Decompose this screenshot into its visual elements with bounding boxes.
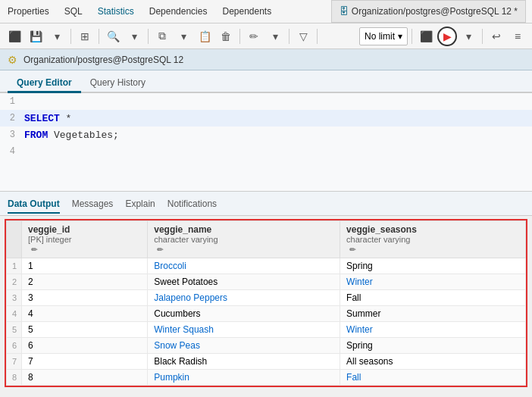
cell-link-veggie-season[interactable]: Winter bbox=[346, 277, 373, 287]
cell-link-veggie-name[interactable]: Snow Peas bbox=[154, 340, 200, 351]
col-type-veggie-seasons: character varying bbox=[346, 235, 519, 244]
line-num-2: 2 bbox=[0, 113, 21, 123]
col-edit-icon-0[interactable]: ✏ bbox=[31, 245, 37, 254]
col-type-veggie-name: character varying bbox=[154, 235, 333, 244]
view-data-button[interactable]: ⊞ bbox=[75, 27, 95, 45]
data-table: veggie_id [PK] integer ✏ veggie_name cha… bbox=[6, 220, 526, 386]
save-dropdown[interactable]: ▾ bbox=[47, 27, 67, 45]
cell-veggie-season: All seasons bbox=[340, 354, 526, 370]
col-edit-icon-2[interactable]: ✏ bbox=[349, 245, 355, 254]
cell-veggie-id: 3 bbox=[22, 290, 148, 306]
database-icon: 🗄 bbox=[340, 6, 349, 17]
row-number: 4 bbox=[7, 306, 22, 322]
cell-veggie-id: 2 bbox=[22, 274, 148, 290]
copy-dropdown[interactable]: ▾ bbox=[174, 27, 193, 45]
explain-dropdown[interactable]: ≡ bbox=[508, 27, 527, 45]
row-number: 3 bbox=[7, 290, 22, 306]
edit-dropdown[interactable]: ▾ bbox=[265, 27, 285, 45]
cell-veggie-id: 6 bbox=[22, 338, 148, 354]
data-table-wrapper: veggie_id [PK] integer ✏ veggie_name cha… bbox=[5, 219, 527, 387]
toolbar-sep-6 bbox=[317, 29, 318, 44]
tab-explain[interactable]: Explain bbox=[125, 198, 155, 214]
editor-line-4: 4 bbox=[0, 143, 532, 160]
table-body: 11BroccoliSpring22Sweet PotatoesWinter33… bbox=[7, 258, 526, 386]
row-number: 7 bbox=[7, 354, 22, 370]
col-edit-icon-1[interactable]: ✏ bbox=[157, 245, 163, 254]
line-num-1: 1 bbox=[0, 96, 21, 107]
cell-veggie-name: Cucumbers bbox=[148, 306, 340, 322]
cell-veggie-name: Winter Squash bbox=[148, 322, 340, 338]
tab-data-output[interactable]: Data Output bbox=[8, 198, 60, 214]
line-content-3: FROM Vegetables; bbox=[21, 130, 532, 141]
cell-veggie-name: Jalapeno Peppers bbox=[148, 290, 340, 306]
editor-area[interactable]: 1 2 SELECT * 3 FROM Vegetables; 4 bbox=[0, 93, 532, 192]
col-name-veggie-name: veggie_name bbox=[154, 224, 333, 235]
menu-dependencies[interactable]: Dependencies bbox=[148, 3, 209, 20]
cell-veggie-name: Snow Peas bbox=[148, 338, 340, 354]
toolbar-sep-1 bbox=[70, 29, 71, 44]
open-button[interactable]: ⬛ bbox=[5, 27, 24, 45]
table-row: 66Snow PeasSpring bbox=[7, 338, 526, 354]
table-row: 33Jalapeno PeppersFall bbox=[7, 290, 526, 306]
row-number: 5 bbox=[7, 322, 22, 338]
cell-veggie-id: 7 bbox=[22, 354, 148, 370]
menu-properties[interactable]: Properties bbox=[6, 3, 51, 20]
filter-button[interactable]: ▽ bbox=[293, 27, 313, 45]
editor-line-1: 1 bbox=[0, 93, 532, 110]
tab-notifications[interactable]: Notifications bbox=[167, 198, 217, 214]
cell-veggie-season: Spring bbox=[340, 338, 526, 354]
table-row: 22Sweet PotatoesWinter bbox=[7, 274, 526, 290]
col-header-veggie-name: veggie_name character varying ✏ bbox=[148, 221, 340, 258]
cell-veggie-name: Sweet Potatoes bbox=[148, 274, 340, 290]
cell-veggie-season: Winter bbox=[340, 322, 526, 338]
run-dropdown[interactable]: ▾ bbox=[458, 27, 478, 45]
toolbar-sep-4 bbox=[239, 29, 240, 44]
toolbar-sep-8 bbox=[482, 29, 483, 44]
cell-link-veggie-name[interactable]: Winter Squash bbox=[154, 324, 214, 335]
menu-dependents[interactable]: Dependents bbox=[221, 3, 273, 20]
table-row: 77Black RadishAll seasons bbox=[7, 354, 526, 370]
cell-link-veggie-name[interactable]: Jalapeno Peppers bbox=[154, 292, 227, 303]
connection-icon: ⚙ bbox=[8, 54, 17, 66]
delete-button[interactable]: 🗑 bbox=[216, 27, 236, 45]
cell-veggie-id: 5 bbox=[22, 322, 148, 338]
cell-veggie-season: Winter bbox=[340, 274, 526, 290]
cell-link-veggie-name[interactable]: Pumpkin bbox=[154, 372, 189, 383]
menu-bar: Properties SQL Statistics Dependencies D… bbox=[0, 0, 532, 23]
menu-sql[interactable]: SQL bbox=[63, 3, 84, 20]
search-button[interactable]: 🔍 bbox=[103, 27, 123, 45]
cell-veggie-id: 1 bbox=[22, 258, 148, 274]
row-num-header bbox=[7, 221, 22, 258]
cell-link-veggie-season[interactable]: Winter bbox=[346, 324, 373, 335]
cell-link-veggie-season[interactable]: Fall bbox=[346, 372, 361, 383]
menu-statistics[interactable]: Statistics bbox=[96, 3, 136, 20]
tab-messages[interactable]: Messages bbox=[72, 198, 114, 214]
paste-button[interactable]: 📋 bbox=[195, 27, 214, 45]
copy-button[interactable]: ⧉ bbox=[152, 27, 172, 45]
toolbar-sep-5 bbox=[289, 29, 289, 44]
tab-title[interactable]: 🗄 Organization/postgres@PostgreSQL 12 * bbox=[331, 0, 526, 23]
tab-query-editor[interactable]: Query Editor bbox=[8, 73, 81, 93]
edit-button[interactable]: ✏ bbox=[244, 27, 264, 45]
row-number: 2 bbox=[7, 274, 22, 290]
cell-link-veggie-name[interactable]: Broccoli bbox=[154, 261, 186, 271]
explain-button[interactable]: ↩ bbox=[487, 27, 506, 45]
tab-query-history[interactable]: Query History bbox=[81, 73, 155, 93]
run-button[interactable]: ▶ bbox=[437, 27, 457, 46]
row-number: 8 bbox=[7, 370, 22, 386]
table-row: 44CucumbersSummer bbox=[7, 306, 526, 322]
editor-line-2: 2 SELECT * bbox=[0, 110, 532, 127]
tab-title-text: Organization/postgres@PostgreSQL 12 * bbox=[352, 6, 518, 17]
col-name-veggie-id: veggie_id bbox=[28, 224, 141, 235]
no-limit-dropdown[interactable]: No limit ▾ bbox=[359, 27, 408, 45]
stop-button[interactable]: ⬛ bbox=[416, 27, 436, 45]
search-dropdown[interactable]: ▾ bbox=[124, 27, 144, 45]
toolbar-sep-2 bbox=[99, 29, 99, 44]
keyword-from: FROM bbox=[24, 130, 48, 141]
line-num-3: 3 bbox=[0, 130, 21, 140]
line-num-4: 4 bbox=[0, 146, 21, 157]
col-header-veggie-seasons: veggie_seasons character varying ✏ bbox=[340, 221, 526, 258]
save-button[interactable]: 💾 bbox=[26, 27, 45, 45]
output-tabs: Data Output Messages Explain Notificatio… bbox=[0, 192, 532, 216]
col-name-veggie-seasons: veggie_seasons bbox=[346, 224, 519, 235]
